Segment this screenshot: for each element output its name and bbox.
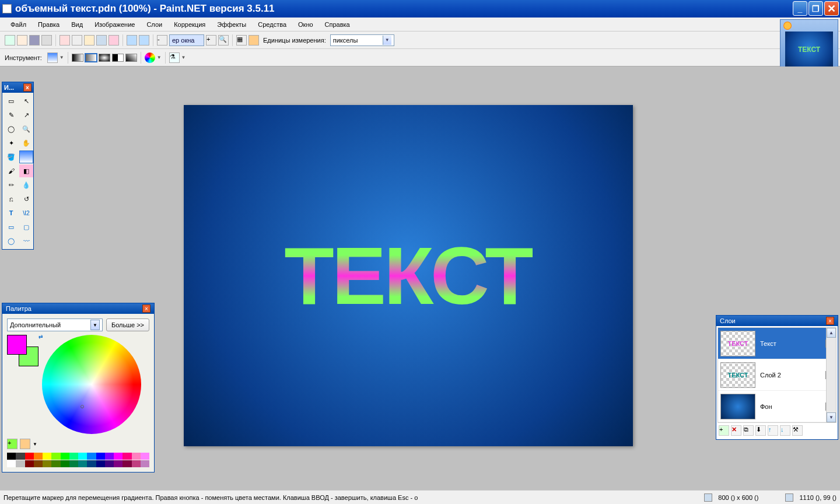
add-layer-icon[interactable]: + [719, 425, 729, 436]
move-down-icon[interactable]: ↓ [780, 425, 790, 436]
rect-shape-tool[interactable]: ▭ [4, 220, 18, 233]
colors-window-title[interactable]: Палитра × [2, 303, 154, 314]
palette-swatch[interactable] [123, 453, 131, 460]
palette-swatch[interactable] [25, 453, 34, 460]
ruler-icon[interactable] [249, 35, 259, 46]
deselect-icon[interactable] [108, 35, 119, 46]
redo-icon[interactable] [139, 35, 149, 46]
menu-layers[interactable]: Слои [141, 19, 168, 30]
flask-icon[interactable]: ⚗ [169, 52, 180, 63]
palette-swatch[interactable] [16, 453, 24, 460]
image-thumbnail-panel[interactable]: ТЕКСТ [780, 19, 838, 73]
palette-swatch[interactable] [87, 453, 96, 460]
palette-swatch[interactable] [105, 460, 114, 467]
palette-swatch[interactable] [61, 453, 69, 460]
gradient-tool[interactable] [19, 150, 33, 163]
palette-swatch[interactable] [16, 460, 24, 467]
palette-menu-icon[interactable] [20, 439, 30, 449]
tools-window-title[interactable]: И... × [2, 82, 33, 93]
menu-tools[interactable]: Средства [252, 19, 292, 30]
palette-swatch[interactable] [114, 460, 123, 467]
line-tool[interactable]: \l2 [19, 206, 33, 219]
palette-row-2[interactable] [7, 460, 149, 467]
layers-scrollbar[interactable]: ▲ ▼ [826, 328, 836, 422]
gradient-linear-icon[interactable] [72, 54, 83, 62]
palette-swatch[interactable] [43, 453, 51, 460]
layer-item[interactable]: Фон ✓ [718, 391, 836, 422]
colors-window-close-icon[interactable]: × [142, 304, 150, 313]
colorpicker-tool[interactable]: 💧 [19, 178, 33, 191]
palette-swatch[interactable] [7, 460, 16, 467]
duplicate-layer-icon[interactable]: ⧉ [743, 425, 754, 436]
print-icon[interactable] [41, 35, 52, 46]
swap-colors-icon[interactable]: ⇄ [38, 334, 43, 340]
palette-row-1[interactable] [7, 453, 149, 460]
primary-secondary-swatches[interactable] [7, 335, 40, 368]
gradient-reflected-icon[interactable] [85, 54, 97, 62]
layer-item[interactable]: ТЕКСТ Текст ✓ [718, 328, 836, 359]
palette-swatch[interactable] [141, 460, 149, 467]
text-tool[interactable]: T [4, 206, 18, 219]
dropdown-arrow-icon[interactable]: ▼ [157, 55, 162, 60]
move-selection-tool[interactable]: ↖ [19, 94, 33, 107]
color-wheel-handle[interactable] [80, 405, 84, 408]
recolor-tool[interactable]: ↺ [19, 192, 33, 205]
palette-swatch[interactable] [78, 453, 87, 460]
palette-swatch[interactable] [34, 460, 43, 467]
scroll-down-icon[interactable]: ▼ [827, 412, 836, 422]
menu-file[interactable]: Файл [5, 19, 32, 30]
add-color-icon[interactable]: + [7, 439, 18, 449]
dropdown-arrow-icon[interactable]: ▼ [33, 442, 37, 447]
new-icon[interactable] [5, 35, 15, 46]
undo-icon[interactable] [127, 35, 137, 46]
menu-window[interactable]: Окно [292, 19, 319, 30]
color-mode-select[interactable]: Дополнительный▼ [7, 318, 103, 331]
layers-window-title[interactable]: Слои × [716, 316, 838, 326]
palette-swatch[interactable] [96, 453, 105, 460]
menu-edit[interactable]: Правка [32, 19, 65, 30]
palette-swatch[interactable] [61, 460, 69, 467]
minimize-button[interactable]: _ [793, 1, 807, 16]
gradient-diamond-icon[interactable] [112, 54, 124, 62]
dropdown-arrow-icon[interactable]: ▼ [181, 55, 186, 60]
freeform-tool[interactable]: 〰 [19, 235, 33, 247]
dropdown-arrow-icon[interactable]: ▼ [60, 55, 64, 60]
more-button[interactable]: Больше >> [106, 318, 149, 331]
delete-layer-icon[interactable]: ✕ [731, 425, 741, 436]
eraser-tool[interactable]: ◧ [19, 164, 33, 177]
lasso-tool[interactable]: ✎ [4, 108, 18, 121]
rect-select-tool[interactable]: ▭ [4, 94, 18, 107]
palette-swatch[interactable] [34, 453, 43, 460]
cut-icon[interactable] [60, 35, 70, 46]
zoom-actual-icon[interactable]: 🔍 [218, 35, 229, 46]
ellipse-select-tool[interactable]: ◯ [4, 123, 18, 135]
palette-swatch[interactable] [132, 453, 141, 460]
tools-window-close-icon[interactable]: × [23, 83, 32, 92]
layer-item[interactable]: ТЕКСТ Слой 2 [718, 359, 836, 391]
palette-swatch[interactable] [114, 453, 123, 460]
color-mode-icon[interactable] [145, 52, 155, 63]
palette-swatch[interactable] [51, 460, 60, 467]
move-up-icon[interactable]: ↑ [768, 425, 778, 436]
units-select[interactable]: пикселы▼ [330, 34, 394, 46]
zoom-tool[interactable]: 🔍 [19, 123, 33, 135]
clone-tool[interactable]: ⎌ [4, 192, 18, 205]
crop-icon[interactable] [96, 35, 107, 46]
palette-swatch[interactable] [123, 460, 131, 467]
gradient-radial-icon[interactable] [99, 54, 110, 62]
menu-view[interactable]: Вид [65, 19, 89, 30]
palette-swatch[interactable] [105, 453, 114, 460]
zoom-in-icon[interactable]: + [206, 35, 216, 46]
paste-icon[interactable] [84, 35, 94, 46]
color-wheel[interactable] [42, 335, 141, 434]
open-icon[interactable] [17, 35, 27, 46]
palette-swatch[interactable] [87, 460, 96, 467]
maximize-button[interactable]: ❐ [808, 1, 823, 16]
brush-tool[interactable]: 🖌 [4, 164, 18, 177]
zoom-combo[interactable]: ер окна [169, 34, 204, 46]
layers-window-close-icon[interactable]: × [826, 317, 834, 325]
layer-properties-icon[interactable]: ⚒ [792, 425, 803, 436]
palette-swatch[interactable] [69, 460, 78, 467]
wand-tool[interactable]: ✦ [4, 136, 18, 149]
primary-color-swatch[interactable] [7, 335, 27, 355]
